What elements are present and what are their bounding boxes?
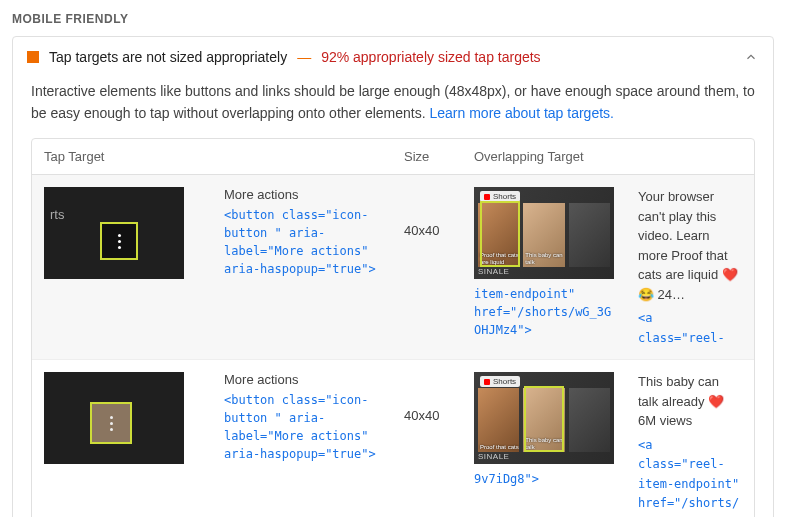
table-row: rtsMore actions<button class="icon-butto… [32, 175, 754, 360]
node-label: More actions [224, 187, 380, 202]
status-indicator-icon [27, 51, 39, 63]
col-header-tap-target: Tap Target [32, 139, 392, 175]
size-value: 40x40 [392, 360, 462, 517]
overlapping-node-code-tail[interactable]: item-endpoint" href="/shorts/wG_3GOHJMz4… [474, 285, 614, 339]
shorts-chip: Shorts [480, 376, 520, 387]
more-actions-icon [102, 224, 136, 258]
more-actions-icon [92, 404, 130, 442]
overlapping-node-code[interactable]: <a class="reel-item-endpoint" href="/sho… [638, 438, 739, 517]
audit-subtitle: 92% appropriately sized tap targets [321, 49, 733, 65]
tap-target-thumbnail[interactable]: rts [44, 187, 184, 279]
section-label: MOBILE FRIENDLY [12, 12, 774, 26]
overlapping-description: This baby can talk already ❤️ 6M views [638, 372, 742, 431]
thumbnail-text: rts [50, 207, 64, 222]
tap-target-thumbnail[interactable] [44, 372, 184, 464]
audit-title: Tap targets are not sized appropriately [49, 49, 287, 65]
node-label: More actions [224, 372, 380, 387]
audit-header[interactable]: Tap targets are not sized appropriately … [13, 37, 773, 77]
audit-dash: — [297, 49, 311, 65]
col-header-overlapping: Overlapping Target [462, 139, 754, 175]
size-value: 40x40 [392, 175, 462, 360]
results-table: Tap Target Size Overlapping Target rtsMo… [31, 138, 755, 517]
table-row: More actions<button class="icon-button "… [32, 360, 754, 517]
thumbnail-footer-text: SINALE [478, 452, 509, 461]
node-code[interactable]: <button class="icon-button " aria-label=… [224, 393, 376, 461]
node-code[interactable]: <button class="icon-button " aria-label=… [224, 208, 376, 276]
audit-card: Tap targets are not sized appropriately … [12, 36, 774, 517]
audit-body: Interactive elements like buttons and li… [13, 77, 773, 517]
overlapping-node-code-tail[interactable]: 9v7iDg8"> [474, 470, 614, 488]
audit-description: Interactive elements like buttons and li… [31, 81, 755, 124]
overlapping-node-code[interactable]: <a class="reel- [638, 311, 725, 345]
col-header-size: Size [392, 139, 462, 175]
audit-description-text: Interactive elements like buttons and li… [31, 83, 755, 121]
overlapping-target-thumbnail[interactable]: ShortsProof that cats are liquidThis bab… [474, 187, 614, 279]
thumbnail-footer-text: SINALE [478, 267, 509, 276]
overlapping-target-thumbnail[interactable]: ShortsProof that catsThis baby can talkS… [474, 372, 614, 464]
overlapping-description: Your browser can't play this video. Lear… [638, 187, 742, 304]
learn-more-link[interactable]: Learn more about tap targets. [430, 105, 614, 121]
chevron-up-icon[interactable] [743, 49, 759, 65]
shorts-chip: Shorts [480, 191, 520, 202]
